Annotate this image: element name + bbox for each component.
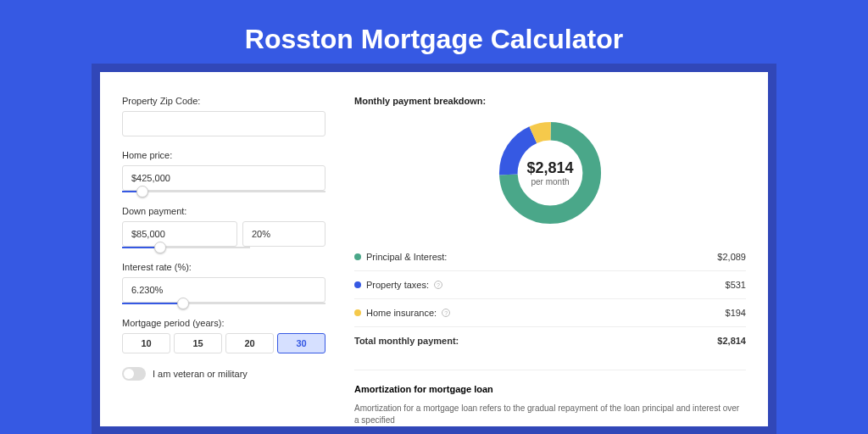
row-principal-value: $2,089	[717, 252, 746, 262]
period-20-button[interactable]: 20	[225, 333, 274, 353]
price-label: Home price:	[122, 150, 326, 160]
down-amount-input[interactable]	[122, 221, 237, 247]
veteran-toggle[interactable]	[122, 367, 146, 381]
row-insurance: Home insurance: ? $194	[354, 299, 746, 327]
price-input[interactable]	[122, 165, 326, 191]
info-icon[interactable]: ?	[434, 281, 442, 289]
dot-blue-icon	[354, 281, 361, 288]
row-principal-label: Principal & Interest:	[366, 252, 447, 262]
row-insurance-value: $194	[726, 308, 746, 318]
calculator-card: Property Zip Code: Home price: Down paym…	[100, 72, 768, 426]
down-label: Down payment:	[122, 206, 326, 216]
dot-yellow-icon	[354, 309, 361, 316]
zip-input[interactable]	[122, 111, 326, 136]
rate-label: Interest rate (%):	[122, 262, 326, 272]
rate-slider-thumb[interactable]	[177, 298, 189, 309]
row-insurance-label: Home insurance:	[366, 308, 437, 318]
donut-center: $2,814 per month	[495, 118, 605, 228]
info-icon[interactable]: ?	[442, 309, 450, 317]
veteran-row: I am veteran or military	[122, 367, 326, 381]
results-panel: Monthly payment breakdown: $2,814 per mo…	[354, 96, 746, 426]
period-field: Mortgage period (years): 10 15 20 30	[122, 318, 326, 353]
amortization-section: Amortization for mortgage loan Amortizat…	[354, 370, 746, 426]
rate-slider[interactable]	[122, 303, 326, 304]
row-taxes: Property taxes: ? $531	[354, 271, 746, 299]
rate-field: Interest rate (%):	[122, 262, 326, 304]
down-pct-input[interactable]	[242, 221, 326, 247]
price-slider[interactable]	[122, 191, 326, 192]
veteran-label: I am veteran or military	[153, 369, 248, 379]
down-field: Down payment:	[122, 206, 326, 248]
amort-text: Amortization for a mortgage loan refers …	[354, 403, 746, 426]
zip-field: Property Zip Code:	[122, 96, 326, 136]
donut-sub: per month	[531, 177, 569, 186]
donut-amount: $2,814	[526, 159, 573, 177]
amort-title: Amortization for mortgage loan	[354, 384, 746, 394]
period-10-button[interactable]: 10	[122, 333, 170, 353]
row-total-value: $2,814	[717, 336, 746, 346]
period-30-button[interactable]: 30	[277, 333, 326, 353]
row-taxes-label: Property taxes:	[366, 280, 429, 290]
price-field: Home price:	[122, 150, 326, 192]
row-total-label: Total monthly payment:	[354, 336, 459, 346]
donut-chart: $2,814 per month	[354, 118, 746, 228]
down-slider-thumb[interactable]	[154, 242, 166, 253]
row-total: Total monthly payment: $2,814	[354, 327, 746, 354]
zip-label: Property Zip Code:	[122, 96, 326, 106]
row-taxes-value: $531	[726, 280, 746, 290]
page-title: Rosston Mortgage Calculator	[0, 0, 868, 72]
down-slider[interactable]	[122, 247, 250, 248]
period-15-button[interactable]: 15	[174, 333, 222, 353]
dot-green-icon	[354, 253, 361, 260]
breakdown-title: Monthly payment breakdown:	[354, 96, 746, 106]
period-label: Mortgage period (years):	[122, 318, 326, 328]
price-slider-thumb[interactable]	[136, 186, 148, 198]
inputs-panel: Property Zip Code: Home price: Down paym…	[122, 96, 326, 426]
rate-input[interactable]	[122, 277, 326, 303]
row-principal: Principal & Interest: $2,089	[354, 243, 746, 271]
period-buttons: 10 15 20 30	[122, 333, 326, 353]
